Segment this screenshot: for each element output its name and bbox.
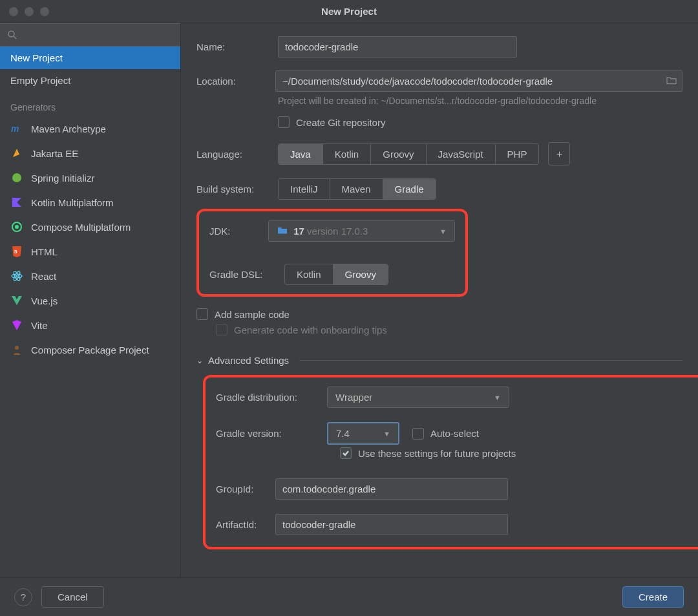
language-option-groovy[interactable]: Groovy bbox=[371, 144, 426, 164]
location-hint: Project will be created in: ~/Documents/… bbox=[278, 96, 682, 106]
react-icon bbox=[10, 270, 23, 282]
jdk-version-detail: version 17.0.3 bbox=[307, 226, 368, 237]
kotlin-icon bbox=[10, 196, 23, 209]
chevron-down-icon: ▼ bbox=[494, 394, 501, 401]
sidebar-item-label: React bbox=[31, 271, 56, 282]
jdk-version-major: 17 bbox=[293, 226, 304, 237]
build-option-maven[interactable]: Maven bbox=[330, 179, 383, 199]
advanced-header-label: Advanced Settings bbox=[208, 355, 289, 366]
sidebar-item-label: HTML bbox=[31, 246, 58, 257]
vue-icon bbox=[10, 294, 23, 307]
chevron-down-icon: ▼ bbox=[383, 430, 390, 438]
highlight-jdk-dsl: JDK: 17 version 17.0.3 ▼ Gradle DSL: Kot… bbox=[196, 209, 468, 297]
svg-line-1 bbox=[14, 36, 16, 39]
dsl-segmented: KotlinGroovy bbox=[284, 264, 388, 285]
future-settings-checkbox[interactable] bbox=[340, 447, 352, 459]
language-option-java[interactable]: Java bbox=[279, 144, 323, 164]
sidebar-item-empty-project[interactable]: Empty Project bbox=[0, 69, 180, 92]
main-panel: Name: Location: Project will be created … bbox=[181, 23, 698, 577]
artifactid-label: ArtifactId: bbox=[216, 519, 275, 530]
spring-icon bbox=[10, 171, 23, 184]
composer-icon bbox=[10, 343, 23, 356]
build-option-gradle[interactable]: Gradle bbox=[383, 179, 436, 199]
language-option-kotlin[interactable]: Kotlin bbox=[323, 144, 372, 164]
html-icon: 5 bbox=[10, 245, 23, 258]
highlight-advanced: Gradle distribution: Wrapper ▼ Gradle ve… bbox=[203, 375, 698, 549]
search-input-wrap[interactable] bbox=[0, 23, 180, 47]
window-title: New Project bbox=[0, 6, 698, 17]
dsl-option-kotlin[interactable]: Kotlin bbox=[285, 264, 333, 284]
gradle-dist-label: Gradle distribution: bbox=[216, 392, 327, 403]
svg-text:m: m bbox=[11, 123, 19, 134]
groupid-input[interactable] bbox=[275, 478, 508, 500]
artifactid-input[interactable] bbox=[275, 514, 508, 535]
sidebar-item-html[interactable]: 5HTML bbox=[0, 239, 180, 264]
browse-folder-icon[interactable] bbox=[666, 76, 677, 87]
sidebar-item-vite[interactable]: Vite bbox=[0, 313, 180, 337]
sidebar-item-label: Kotlin Multiplatform bbox=[31, 197, 114, 208]
cancel-button[interactable]: Cancel bbox=[41, 586, 104, 608]
sidebar-item-react[interactable]: React bbox=[0, 264, 180, 288]
chevron-down-icon: ▼ bbox=[439, 228, 447, 235]
sidebar: New ProjectEmpty Project Generators mMav… bbox=[0, 23, 181, 577]
location-label: Location: bbox=[196, 76, 275, 87]
sidebar-item-label: Vue.js bbox=[31, 295, 58, 306]
svg-point-5 bbox=[15, 225, 19, 229]
gradle-ver-dropdown[interactable]: 7.4 ▼ bbox=[327, 422, 399, 445]
svg-point-10 bbox=[16, 275, 17, 277]
build-segmented: IntelliJMavenGradle bbox=[278, 178, 436, 200]
sidebar-item-kotlin-multiplatform[interactable]: Kotlin Multiplatform bbox=[0, 190, 180, 215]
gradle-ver-label: Gradle version: bbox=[216, 428, 327, 439]
jdk-folder-icon bbox=[277, 226, 288, 237]
jdk-dropdown[interactable]: 17 version 17.0.3 ▼ bbox=[268, 220, 455, 242]
sidebar-item-spring-initializr[interactable]: Spring Initializr bbox=[0, 165, 180, 190]
advanced-header[interactable]: ⌄ Advanced Settings bbox=[196, 355, 682, 366]
sidebar-item-label: Jakarta EE bbox=[31, 148, 78, 159]
sidebar-item-composer-package-project[interactable]: Composer Package Project bbox=[0, 337, 180, 362]
gradle-dist-dropdown[interactable]: Wrapper ▼ bbox=[327, 387, 509, 408]
compose-icon bbox=[10, 220, 23, 233]
location-input[interactable] bbox=[275, 70, 682, 92]
sidebar-item-label: Spring Initializr bbox=[31, 173, 94, 184]
sidebar-item-new-project[interactable]: New Project bbox=[0, 47, 180, 69]
jdk-label: JDK: bbox=[209, 226, 268, 237]
sidebar-item-label: Compose Multiplatform bbox=[31, 222, 131, 233]
build-label: Build system: bbox=[196, 184, 278, 195]
sidebar-item-label: Vite bbox=[31, 320, 48, 331]
search-input[interactable] bbox=[22, 30, 174, 41]
git-checkbox[interactable] bbox=[278, 116, 290, 128]
chevron-down-icon: ⌄ bbox=[196, 356, 203, 365]
sample-code-checkbox[interactable] bbox=[196, 308, 208, 320]
auto-select-checkbox[interactable] bbox=[412, 428, 424, 440]
divider bbox=[299, 360, 682, 361]
create-button[interactable]: Create bbox=[622, 586, 684, 608]
sidebar-item-label: Maven Archetype bbox=[31, 123, 106, 134]
search-icon bbox=[6, 29, 18, 41]
add-language-button[interactable]: ＋ bbox=[548, 142, 570, 165]
onboarding-label: Generate code with onboarding tips bbox=[234, 324, 387, 335]
name-input[interactable] bbox=[278, 36, 517, 58]
gradle-dist-value: Wrapper bbox=[335, 392, 372, 403]
sidebar-item-compose-multiplatform[interactable]: Compose Multiplatform bbox=[0, 215, 180, 239]
dsl-option-groovy[interactable]: Groovy bbox=[333, 264, 388, 284]
help-button[interactable]: ? bbox=[14, 588, 32, 606]
language-option-javascript[interactable]: JavaScript bbox=[427, 144, 496, 164]
language-segmented: JavaKotlinGroovyJavaScriptPHP bbox=[278, 143, 539, 165]
sidebar-item-vue-js[interactable]: Vue.js bbox=[0, 288, 180, 313]
sidebar-item-maven-archetype[interactable]: mMaven Archetype bbox=[0, 116, 180, 141]
svg-point-0 bbox=[8, 31, 14, 37]
name-label: Name: bbox=[196, 41, 278, 52]
dsl-label: Gradle DSL: bbox=[209, 269, 284, 280]
sample-code-label: Add sample code bbox=[215, 309, 290, 320]
groupid-label: GroupId: bbox=[216, 483, 275, 494]
generators-header: Generators bbox=[0, 92, 180, 116]
build-option-intellij[interactable]: IntelliJ bbox=[279, 179, 330, 199]
language-option-php[interactable]: PHP bbox=[496, 144, 539, 164]
svg-point-3 bbox=[12, 173, 21, 182]
onboarding-checkbox[interactable] bbox=[216, 324, 227, 335]
svg-point-11 bbox=[15, 346, 19, 350]
git-checkbox-label: Create Git repository bbox=[296, 117, 385, 128]
auto-select-label: Auto-select bbox=[430, 428, 479, 439]
future-settings-label: Use these settings for future projects bbox=[358, 448, 516, 459]
sidebar-item-jakarta-ee[interactable]: Jakarta EE bbox=[0, 141, 180, 165]
